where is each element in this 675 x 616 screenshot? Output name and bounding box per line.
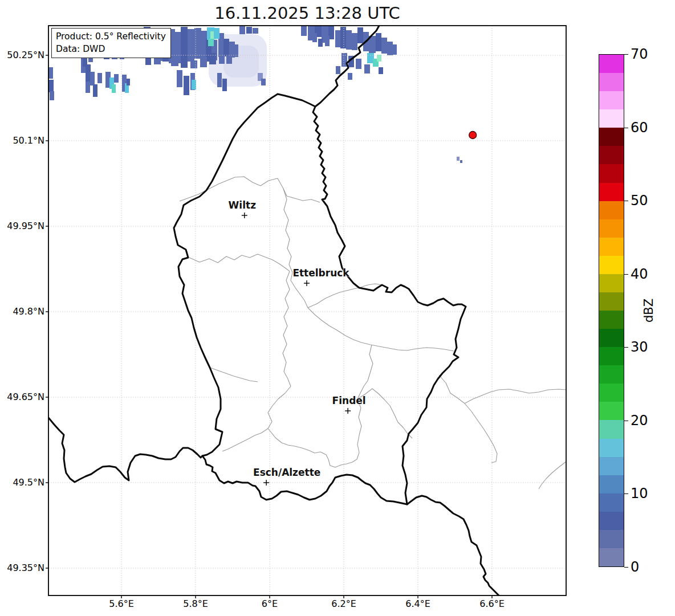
radar-echo-cell bbox=[171, 56, 178, 66]
lon-tick-label: 6°E bbox=[262, 598, 278, 609]
lat-tick-label: 50.1°N bbox=[13, 135, 44, 146]
colorbar-tick-mark bbox=[624, 201, 628, 201]
canton-border-line bbox=[308, 308, 454, 351]
canton-border-line bbox=[268, 399, 361, 467]
radar-echo-cell bbox=[200, 57, 207, 67]
colorbar bbox=[599, 54, 624, 567]
colorbar-segment bbox=[599, 182, 624, 201]
lon-tick-label: 5.8°E bbox=[183, 598, 208, 609]
radar-echo-cell bbox=[460, 160, 462, 163]
radar-echo-cell bbox=[190, 60, 197, 68]
radar-echo-cell bbox=[357, 27, 363, 43]
colorbar-segment bbox=[599, 73, 624, 92]
canton-border-line bbox=[222, 271, 291, 451]
colorbar-segment bbox=[599, 548, 624, 566]
data-source-label: Data: DWD bbox=[56, 43, 166, 55]
radar-echo-cell bbox=[392, 44, 397, 55]
radar-echo-cell bbox=[181, 27, 188, 61]
radar-echo-cell bbox=[348, 73, 352, 80]
radar-echo-cell bbox=[127, 79, 130, 85]
radar-echo-cell bbox=[223, 39, 229, 56]
radar-echo-cell bbox=[90, 72, 95, 85]
city-label: Ettelbruck bbox=[292, 267, 349, 279]
radar-echo-cell bbox=[340, 27, 346, 48]
radar-echo-cell bbox=[301, 26, 307, 36]
colorbar-segment bbox=[599, 365, 624, 384]
radar-echo-cell bbox=[381, 38, 387, 54]
radar-echo-cell bbox=[226, 56, 232, 64]
radar-echo-cell bbox=[83, 59, 87, 67]
canton-border-line bbox=[189, 254, 290, 271]
colorbar-segment bbox=[599, 329, 624, 348]
colorbar-segment bbox=[599, 511, 624, 530]
radar-echo-cell bbox=[222, 79, 227, 91]
colorbar-segment bbox=[599, 219, 624, 238]
radar-echo-cell bbox=[376, 33, 381, 51]
radar-figure: 16.11.2025 13:28 UTC Product: 0.5° Refle… bbox=[0, 0, 675, 616]
radar-echo-cell bbox=[312, 33, 317, 42]
radar-echo-cell bbox=[239, 26, 245, 34]
lat-tick-label: 49.35°N bbox=[7, 562, 44, 573]
radar-echo-cell bbox=[177, 70, 182, 87]
radar-echo-cell bbox=[356, 59, 361, 69]
canton-border-line bbox=[180, 177, 320, 202]
colorbar-tick-label: 10 bbox=[631, 486, 648, 501]
product-label: Product: 0.5° Reflectivity bbox=[56, 30, 166, 43]
colorbar-tick-mark bbox=[624, 421, 628, 421]
radar-echo-cell bbox=[86, 81, 90, 93]
canton-border-line bbox=[465, 389, 566, 403]
colorbar-segment bbox=[599, 384, 624, 402]
radar-echo-cell bbox=[48, 80, 54, 92]
colorbar-segment bbox=[599, 237, 624, 256]
gridlines bbox=[48, 26, 566, 595]
colorbar-segment bbox=[599, 292, 624, 311]
radar-echo-cell bbox=[208, 39, 214, 46]
colorbar-tick-label: 30 bbox=[631, 339, 648, 355]
district-borders bbox=[180, 177, 566, 489]
radar-echo-cell bbox=[387, 42, 393, 55]
canton-border-line bbox=[357, 345, 373, 399]
lon-tick-label: 6.2°E bbox=[331, 598, 356, 609]
radar-echo-cell bbox=[253, 28, 258, 34]
colorbar-segment bbox=[599, 311, 624, 329]
colorbar-segment bbox=[599, 529, 624, 548]
product-legend-box: Product: 0.5° Reflectivity Data: DWD bbox=[51, 28, 171, 58]
radar-echo-cell bbox=[217, 73, 222, 87]
radar-echo-cell bbox=[325, 36, 330, 46]
radar-echo-cell bbox=[457, 157, 460, 161]
radar-echo-cell bbox=[379, 67, 383, 74]
colorbar-tick-label: 50 bbox=[631, 193, 648, 209]
colorbar-segment bbox=[599, 274, 624, 292]
lon-tick-label: 6.4°E bbox=[405, 598, 430, 609]
colorbar-tick-mark bbox=[624, 567, 628, 568]
radar-echo-cell bbox=[48, 67, 53, 79]
colorbar-segment bbox=[599, 493, 624, 512]
colorbar-tick-mark bbox=[624, 274, 628, 275]
lat-tick-label: 49.65°N bbox=[7, 391, 44, 402]
radar-echo-cell bbox=[219, 55, 225, 64]
radar-echo-cell bbox=[181, 59, 188, 68]
colorbar-tick-mark bbox=[624, 347, 628, 348]
radar-echo-cell bbox=[377, 55, 381, 62]
radar-echo-cell bbox=[335, 30, 341, 47]
radar-echo-cell bbox=[209, 53, 216, 64]
city-label: Wiltz bbox=[229, 199, 256, 211]
colorbar-segment bbox=[599, 402, 624, 421]
colorbar-tick-mark bbox=[624, 54, 628, 55]
radar-echo-cell bbox=[346, 30, 352, 50]
lon-tick-label: 6.6°E bbox=[479, 598, 505, 609]
france-border bbox=[48, 418, 202, 482]
radar-echo-cell bbox=[97, 73, 102, 83]
radar-echo-cell bbox=[112, 84, 116, 93]
radar-echo-cell bbox=[86, 64, 91, 83]
canton-border-line bbox=[439, 375, 497, 463]
lat-tick-label: 49.95°N bbox=[7, 221, 44, 231]
plot-frame bbox=[48, 26, 566, 595]
radar-echo-cell bbox=[188, 29, 194, 62]
city-markers bbox=[242, 213, 351, 486]
axis-tick-marks bbox=[46, 55, 492, 598]
lat-tick-label: 49.5°N bbox=[13, 477, 44, 488]
radar-echo-cell bbox=[318, 39, 323, 47]
canton-border-line bbox=[539, 462, 566, 489]
city-label: Findel bbox=[332, 395, 366, 406]
